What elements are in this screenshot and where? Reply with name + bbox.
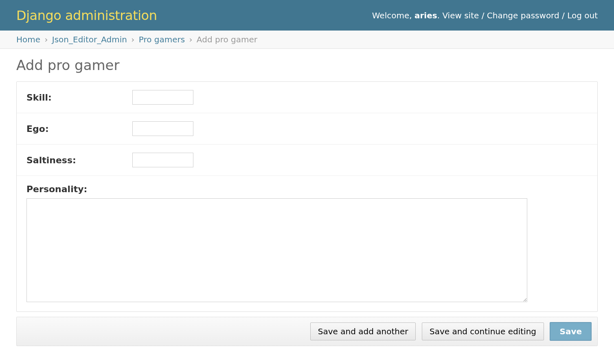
change-password-link[interactable]: Change password — [487, 11, 559, 20]
breadcrumb-sep: › — [131, 35, 134, 44]
form-module: Skill: Ego: Saltiness: Personality: — [16, 81, 598, 312]
user-tools: Welcome, aries. View site / Change passw… — [372, 11, 598, 20]
breadcrumbs: Home › Json_Editor_Admin › Pro gamers › … — [0, 31, 614, 49]
breadcrumb-home[interactable]: Home — [16, 35, 40, 44]
save-add-another-button[interactable] — [310, 322, 416, 340]
user-tools-sep: / — [562, 11, 565, 20]
content: Add pro gamer Skill: Ego: Saltiness: Per… — [0, 49, 614, 354]
breadcrumb-current: Add pro gamer — [197, 35, 257, 44]
welcome-text: Welcome, — [372, 11, 412, 20]
site-title-link[interactable]: Django administration — [16, 8, 157, 23]
view-site-link[interactable]: View site — [442, 11, 479, 20]
form-row-personality: Personality: — [17, 176, 597, 311]
form-row-skill: Skill: — [17, 82, 597, 113]
breadcrumb-model[interactable]: Pro gamers — [139, 35, 185, 44]
submit-row — [16, 317, 598, 346]
form-row-ego: Ego: — [17, 113, 597, 145]
header-bar: Django administration Welcome, aries. Vi… — [0, 0, 614, 31]
personality-label: Personality: — [26, 184, 588, 194]
form-row-saltiness: Saltiness: — [17, 145, 597, 176]
breadcrumb-sep: › — [44, 35, 48, 44]
save-continue-button[interactable] — [422, 322, 544, 340]
site-title: Django administration — [16, 8, 157, 23]
log-out-link[interactable]: Log out — [567, 11, 598, 20]
breadcrumb-app[interactable]: Json_Editor_Admin — [52, 35, 127, 44]
breadcrumb-sep: › — [189, 35, 193, 44]
branding: Django administration — [16, 8, 157, 23]
saltiness-label: Saltiness: — [26, 155, 132, 165]
skill-input[interactable] — [132, 90, 193, 105]
username: aries — [414, 11, 437, 20]
ego-label: Ego: — [26, 124, 132, 134]
period: . — [437, 11, 440, 20]
user-tools-sep: / — [482, 11, 485, 20]
saltiness-input[interactable] — [132, 153, 193, 167]
page-title: Add pro gamer — [16, 57, 598, 73]
skill-label: Skill: — [26, 92, 132, 103]
personality-textarea[interactable] — [26, 198, 527, 302]
save-button[interactable] — [550, 322, 592, 341]
ego-input[interactable] — [132, 121, 193, 136]
